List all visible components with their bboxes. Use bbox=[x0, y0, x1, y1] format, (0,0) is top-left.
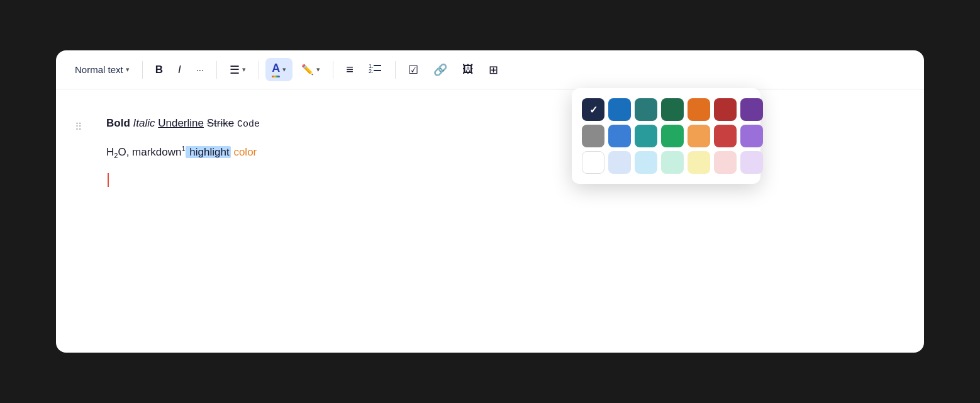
strike-text: Strike bbox=[207, 117, 234, 129]
image-icon: 🖼 bbox=[462, 63, 474, 76]
color-swatch-dark-orange[interactable] bbox=[688, 98, 710, 121]
color-swatch-light-blue-1[interactable] bbox=[608, 151, 631, 174]
cursor-line bbox=[106, 173, 886, 187]
highlight-icon: ✏️ bbox=[301, 64, 314, 76]
underline-text: Underline bbox=[158, 117, 204, 129]
color-swatch-dark-blue[interactable] bbox=[608, 98, 631, 121]
color-swatch-light-purple[interactable] bbox=[740, 151, 763, 174]
color-swatch-dark-red[interactable] bbox=[714, 98, 737, 121]
link-icon: 🔗 bbox=[433, 63, 447, 77]
divider-3 bbox=[259, 61, 259, 79]
align-icon: ☰ bbox=[230, 63, 240, 77]
text-style-dropdown[interactable]: Normal text ▾ bbox=[69, 60, 136, 79]
color-swatch-light-yellow[interactable] bbox=[688, 151, 710, 174]
ordered-list-icon: 1. 2. bbox=[369, 62, 382, 77]
highlight-button[interactable]: ✏️ ▾ bbox=[295, 60, 326, 79]
color-grid-row1 bbox=[582, 98, 750, 174]
color-swatch-gray[interactable] bbox=[582, 125, 604, 147]
color-swatch-light-blue-2[interactable] bbox=[635, 151, 657, 174]
more-button[interactable]: ··· bbox=[190, 60, 211, 79]
image-button[interactable]: 🖼 bbox=[456, 59, 480, 80]
color-swatch-white[interactable] bbox=[582, 151, 604, 174]
text-style-chevron: ▾ bbox=[126, 65, 130, 74]
link-button[interactable]: 🔗 bbox=[427, 59, 454, 81]
svg-text:2.: 2. bbox=[369, 68, 374, 74]
drag-handle[interactable]: ⠿ bbox=[75, 121, 82, 133]
divider-4 bbox=[333, 61, 333, 79]
table-icon: ⊞ bbox=[489, 63, 498, 77]
editor-container: Normal text ▾ B I ··· ☰ ▾ A ▾ bbox=[56, 50, 924, 353]
editor-body[interactable]: ⠿ Bold Italic Underline Strike Code H2O,… bbox=[56, 89, 924, 224]
text-cursor bbox=[108, 173, 109, 187]
checkbox-button[interactable]: ☑ bbox=[402, 59, 425, 81]
highlight-text: highlight bbox=[186, 146, 231, 158]
color-swatch-dark-green[interactable] bbox=[661, 98, 684, 121]
color-swatch-purple[interactable] bbox=[740, 125, 763, 147]
toolbar: Normal text ▾ B I ··· ☰ ▾ A ▾ bbox=[56, 50, 924, 89]
color-swatch-orange[interactable] bbox=[688, 125, 710, 147]
ordered-list-button[interactable]: 1. 2. bbox=[362, 58, 389, 81]
bold-text: Bold bbox=[106, 117, 130, 129]
text-color-button[interactable]: A ▾ bbox=[265, 58, 292, 81]
editor-line-1: Bold Italic Underline Strike Code bbox=[106, 115, 886, 132]
color-swatch-teal[interactable] bbox=[635, 125, 657, 147]
editor-line-2: H2O, markdown1 highlight color bbox=[106, 144, 886, 162]
color-swatch-green[interactable] bbox=[661, 125, 684, 147]
divider-2 bbox=[216, 61, 217, 79]
color-swatch-dark-purple[interactable] bbox=[740, 98, 763, 121]
color-swatch-light-green[interactable] bbox=[661, 151, 684, 174]
markdown-sup: 1 bbox=[182, 145, 186, 152]
color-swatch-dark-teal[interactable] bbox=[635, 98, 657, 121]
align-button[interactable]: ☰ ▾ bbox=[223, 59, 252, 81]
italic-text: Italic bbox=[133, 117, 155, 129]
color-swatch-blue[interactable] bbox=[608, 125, 631, 147]
color-text: color bbox=[231, 146, 257, 158]
divider-1 bbox=[142, 61, 143, 79]
color-picker-dropdown bbox=[572, 88, 760, 184]
bold-button[interactable]: B bbox=[149, 60, 169, 80]
color-swatch-dark-navy[interactable] bbox=[582, 98, 604, 121]
bullet-list-button[interactable]: ≡ bbox=[340, 59, 360, 81]
code-text: Code bbox=[237, 119, 260, 130]
color-swatch-red[interactable] bbox=[714, 125, 737, 147]
text-color-a-icon: A bbox=[272, 62, 280, 77]
italic-button[interactable]: I bbox=[172, 60, 187, 80]
checkbox-icon: ☑ bbox=[408, 63, 418, 77]
table-button[interactable]: ⊞ bbox=[482, 59, 504, 81]
color-swatch-light-red[interactable] bbox=[714, 151, 737, 174]
bullet-list-icon: ≡ bbox=[346, 62, 354, 77]
h2o-o: O, markdown bbox=[118, 146, 181, 158]
text-style-label: Normal text bbox=[75, 64, 123, 75]
h2o-h: H bbox=[106, 146, 114, 158]
divider-5 bbox=[395, 61, 396, 79]
